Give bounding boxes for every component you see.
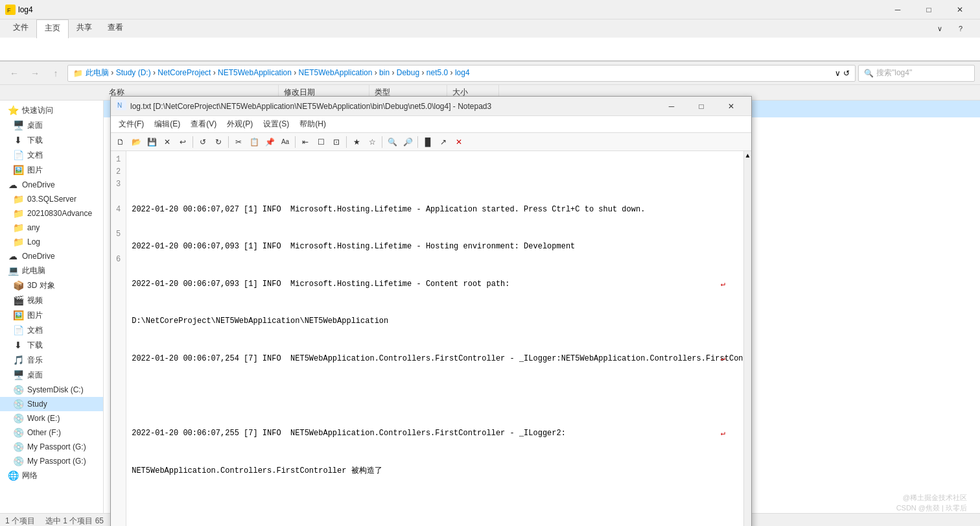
ribbon-help-btn[interactable]: ? (951, 19, 970, 38)
3d-icon: 📦 (13, 280, 23, 291)
toolbar-btn-aa[interactable]: Aa (278, 135, 292, 149)
menu-help[interactable]: 帮助(H) (294, 117, 331, 131)
sidebar-item-other[interactable]: 💿 Other (F:) (0, 425, 103, 440)
sidebar-item-onedrive2[interactable]: ☁ OneDrive (0, 249, 103, 263)
notepad-minimize-button[interactable]: ─ (657, 97, 686, 116)
scrollbar-up[interactable]: ▲ (744, 151, 751, 161)
notepad-menu: 文件(F) 编辑(E) 查看(V) 外观(P) 设置(S) 帮助(H) (111, 116, 751, 133)
sidebar-item-music[interactable]: 🎵 音乐 (0, 353, 103, 368)
sidebar-item-mypassport2[interactable]: 💿 My Passport (G:) (0, 454, 103, 468)
tab-share[interactable]: 共享 (69, 19, 100, 38)
toolbar-btn5[interactable]: ↩ (176, 135, 190, 149)
line-numbers: 1 2 3 4 5 6 (111, 151, 126, 526)
sidebar-label: 03.SQLServer (27, 195, 76, 204)
address-path: 此电脑 › Study (D:) › NetCoreProject › NET5… (86, 67, 470, 78)
sidebar-item-desktop2[interactable]: 🖥️ 桌面 (0, 368, 103, 383)
sidebar-label: 图片 (27, 165, 43, 176)
toolbar-star1[interactable]: ★ (349, 135, 364, 149)
toolbar-arrow[interactable]: ↗ (436, 135, 450, 149)
sidebar-label: 文档 (27, 150, 43, 161)
sidebar-item-any[interactable]: 📁 any (0, 221, 103, 235)
sidebar-item-pictures2[interactable]: 🖼️ 图片 (0, 308, 103, 323)
sidebar-label: Log (27, 237, 40, 246)
sidebar-item-onedrive1[interactable]: ☁ OneDrive (0, 178, 103, 192)
toolbar-paste[interactable]: 📌 (262, 135, 277, 149)
toolbar-btn-indent[interactable]: ⊡ (329, 135, 344, 149)
minimize-button[interactable]: ─ (883, 0, 913, 19)
sidebar-item-mypassport1[interactable]: 💿 My Passport (G:) (0, 440, 103, 454)
back-button[interactable]: ← (5, 64, 23, 82)
sidebar-item-desktop[interactable]: 🖥️ 桌面 (0, 118, 103, 133)
video-icon: 🎬 (13, 295, 23, 305)
menu-appearance[interactable]: 外观(P) (222, 117, 258, 131)
sidebar-item-thispc[interactable]: 💻 此电脑 (0, 263, 103, 278)
sidebar-item-cdrive[interactable]: 💿 SystemDisk (C:) (0, 383, 103, 397)
address-input[interactable]: 📁 此电脑 › Study (D:) › NetCoreProject › NE… (67, 65, 856, 82)
address-refresh-btn[interactable]: ↺ (843, 69, 850, 78)
menu-view[interactable]: 查看(V) (185, 117, 222, 131)
notepad-content[interactable]: 1 2 3 4 5 6 2022-01-20 00:06:07,027 [1] … (111, 151, 751, 526)
toolbar-sep6 (417, 136, 418, 148)
disk-icon: 💿 (13, 442, 23, 452)
tab-view[interactable]: 查看 (100, 19, 131, 38)
folder-icon: 📁 (13, 194, 23, 204)
up-button[interactable]: ↑ (47, 64, 65, 82)
sidebar-item-study[interactable]: 💿 Study (0, 397, 103, 411)
sidebar-item-downloads[interactable]: ⬇ 下载 (0, 133, 103, 148)
sidebar-label: 图片 (27, 310, 43, 321)
toolbar-block[interactable]: █ (421, 135, 435, 149)
sidebar-item-3d[interactable]: 📦 3D 对象 (0, 278, 103, 293)
toolbar-close[interactable]: ✕ (160, 135, 174, 149)
notepad-maximize-button[interactable]: □ (686, 97, 716, 116)
sidebar-label: OneDrive (22, 180, 55, 189)
sidebar-item-pictures[interactable]: 🖼️ 图片 (0, 163, 103, 178)
tab-home[interactable]: 主页 (36, 19, 69, 38)
sidebar-item-20210830[interactable]: 📁 20210830Advance (0, 206, 103, 221)
sidebar-item-docs[interactable]: 📄 文档 (0, 148, 103, 163)
sidebar-item-downloads2[interactable]: ⬇ 下载 (0, 338, 103, 353)
toolbar-sep1 (192, 136, 193, 148)
address-dropdown-btn[interactable]: ∨ (835, 69, 841, 78)
toolbar-cut[interactable]: ✂ (231, 135, 246, 149)
ribbon-expand-btn[interactable]: ∨ (931, 19, 949, 38)
sidebar-item-work[interactable]: 💿 Work (E:) (0, 411, 103, 425)
toolbar-open[interactable]: 📂 (129, 135, 143, 149)
sidebar-item-docs2[interactable]: 📄 文档 (0, 323, 103, 338)
maximize-button[interactable]: □ (914, 0, 944, 19)
toolbar-x[interactable]: ✕ (452, 135, 466, 149)
sidebar-item-log[interactable]: 📁 Log (0, 235, 103, 249)
notepad-close-button[interactable]: ✕ (716, 97, 746, 116)
folder-icon: 📁 (13, 237, 23, 247)
sidebar-label: OneDrive (22, 252, 55, 261)
notepad-title-controls: ─ □ ✕ (657, 97, 746, 116)
log-text[interactable]: 2022-01-20 00:06:07,027 [1] INFO Microso… (126, 151, 743, 526)
sidebar-item-network[interactable]: 🌐 网络 (0, 468, 103, 483)
toolbar-star2[interactable]: ☆ (365, 135, 379, 149)
menu-edit[interactable]: 编辑(E) (149, 117, 185, 131)
toolbar-new[interactable]: 🗋 (113, 135, 128, 149)
close-button[interactable]: ✕ (945, 0, 975, 19)
music-icon: 🎵 (13, 355, 23, 365)
menu-settings[interactable]: 设置(S) (258, 117, 294, 131)
toolbar-btn-arrow[interactable]: ⇤ (298, 135, 312, 149)
toolbar-search[interactable]: 🔍 (385, 135, 399, 149)
toolbar-copy[interactable]: 📋 (247, 135, 261, 149)
toolbar-undo[interactable]: ↺ (196, 135, 210, 149)
toolbar-search2[interactable]: 🔎 (401, 135, 415, 149)
toolbar-redo[interactable]: ↻ (211, 135, 226, 149)
sidebar-label: 此电脑 (22, 265, 45, 276)
menu-file[interactable]: 文件(F) (113, 117, 149, 131)
toolbar-save[interactable]: 💾 (145, 135, 159, 149)
search-box[interactable]: 🔍 搜索"log4" (858, 65, 975, 82)
notepad-scrollbar[interactable]: ▲ ▼ (743, 151, 751, 526)
sidebar-item-sqlserver[interactable]: 📁 03.SQLServer (0, 192, 103, 206)
sidebar-label: 下载 (27, 135, 43, 146)
toolbar-btn-box[interactable]: ☐ (314, 135, 328, 149)
title-bar-controls: ─ □ ✕ (883, 0, 975, 19)
tab-file[interactable]: 文件 (5, 19, 36, 38)
disk-icon: 💿 (13, 456, 23, 466)
notepad-window: N log.txt [D:\NetCoreProject\NET5WebAppl… (110, 96, 752, 526)
sidebar-item-quickaccess[interactable]: ⭐ 快速访问 (0, 103, 103, 118)
forward-button[interactable]: → (26, 64, 44, 82)
sidebar-item-videos[interactable]: 🎬 视频 (0, 293, 103, 308)
